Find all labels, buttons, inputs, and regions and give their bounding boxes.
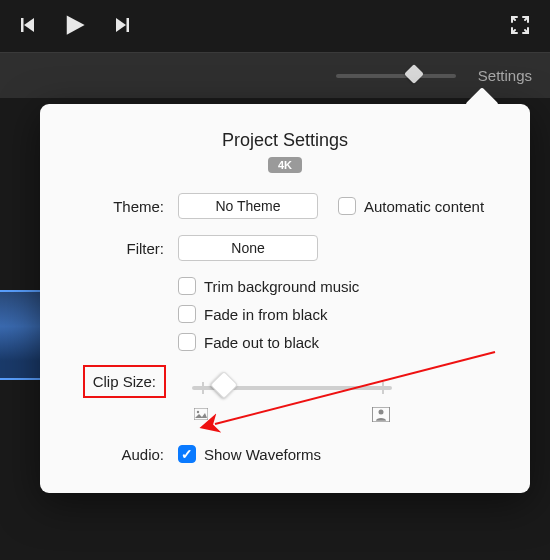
fade-in-checkbox[interactable]: Fade in from black (178, 305, 359, 323)
transport-controls (20, 14, 130, 39)
checkbox-icon (178, 277, 196, 295)
fade-in-label: Fade in from black (204, 306, 327, 323)
large-thumb-icon (372, 407, 390, 425)
svg-rect-0 (21, 18, 24, 32)
playback-toolbar (0, 0, 550, 52)
fullscreen-button[interactable] (510, 15, 530, 38)
checkbox-icon (178, 305, 196, 323)
svg-marker-4 (116, 18, 126, 32)
show-waveforms-label: Show Waveforms (204, 446, 321, 463)
theme-label: Theme: (68, 198, 178, 215)
fade-out-label: Fade out to black (204, 334, 319, 351)
checkbox-checked-icon (178, 445, 196, 463)
svg-rect-3 (127, 18, 130, 32)
theme-dropdown[interactable]: No Theme (178, 193, 318, 219)
checkbox-icon (178, 333, 196, 351)
clip-size-slider[interactable] (192, 373, 392, 403)
svg-point-8 (379, 410, 384, 415)
trim-music-label: Trim background music (204, 278, 359, 295)
zoom-slider[interactable] (336, 66, 456, 86)
clip-thumbnail[interactable] (0, 290, 40, 380)
secondary-toolbar: Settings (0, 52, 550, 98)
svg-point-6 (197, 411, 199, 413)
filter-dropdown[interactable]: None (178, 235, 318, 261)
resolution-badge: 4K (268, 157, 302, 173)
filter-label: Filter: (68, 240, 178, 257)
clip-size-icons (192, 407, 392, 425)
automatic-content-label: Automatic content (364, 198, 484, 215)
small-thumb-icon (194, 407, 208, 425)
fade-out-checkbox[interactable]: Fade out to black (178, 333, 359, 351)
svg-marker-2 (67, 15, 85, 34)
clip-size-label: Clip Size: (83, 365, 166, 398)
audio-label: Audio: (68, 446, 178, 463)
automatic-content-checkbox[interactable]: Automatic content (338, 197, 484, 215)
svg-rect-5 (194, 408, 208, 420)
project-settings-popover: Project Settings 4K Theme: No Theme Auto… (40, 104, 530, 493)
show-waveforms-checkbox[interactable]: Show Waveforms (178, 445, 321, 463)
next-button[interactable] (114, 17, 130, 36)
popover-title: Project Settings (68, 130, 502, 151)
checkbox-icon (338, 197, 356, 215)
prev-button[interactable] (20, 17, 36, 36)
trim-music-checkbox[interactable]: Trim background music (178, 277, 359, 295)
settings-button[interactable]: Settings (478, 67, 532, 84)
play-button[interactable] (64, 14, 86, 39)
svg-marker-1 (24, 18, 34, 32)
